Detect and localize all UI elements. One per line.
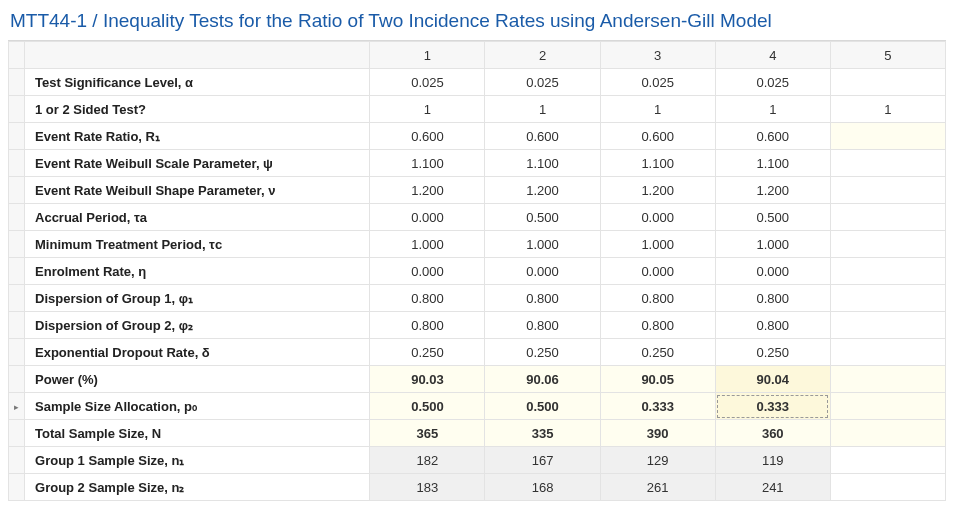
cell[interactable]: 0.250 <box>485 339 600 366</box>
cell[interactable]: 90.04 <box>715 366 830 393</box>
cell[interactable]: 360 <box>715 420 830 447</box>
cell[interactable]: 1.200 <box>715 177 830 204</box>
cell[interactable]: 0.600 <box>485 123 600 150</box>
cell[interactable] <box>830 258 945 285</box>
cell[interactable]: 0.800 <box>370 285 485 312</box>
cell[interactable]: 0.600 <box>715 123 830 150</box>
cell[interactable] <box>830 420 945 447</box>
cell[interactable]: 1.100 <box>715 150 830 177</box>
cell[interactable]: 1.100 <box>600 150 715 177</box>
cell[interactable] <box>830 312 945 339</box>
cell[interactable]: 1.200 <box>485 177 600 204</box>
header-col-1[interactable]: 1 <box>370 42 485 69</box>
cell[interactable]: 0.000 <box>370 204 485 231</box>
cell[interactable]: 1 <box>715 96 830 123</box>
cell[interactable]: 1.200 <box>600 177 715 204</box>
row-handle[interactable] <box>9 366 25 393</box>
cell[interactable]: 0.333 <box>715 393 830 420</box>
row-handle[interactable] <box>9 447 25 474</box>
cell[interactable] <box>830 177 945 204</box>
cell[interactable]: 0.000 <box>715 258 830 285</box>
cell[interactable]: 0.600 <box>600 123 715 150</box>
row-handle[interactable] <box>9 231 25 258</box>
cell[interactable]: 1.100 <box>485 150 600 177</box>
cell[interactable]: 0.000 <box>600 258 715 285</box>
cell[interactable]: 335 <box>485 420 600 447</box>
header-col-5[interactable]: 5 <box>830 42 945 69</box>
cell[interactable]: 0.000 <box>485 258 600 285</box>
cell[interactable]: 167 <box>485 447 600 474</box>
row-handle[interactable] <box>9 258 25 285</box>
cell[interactable]: 1 <box>370 96 485 123</box>
cell[interactable]: 0.500 <box>370 393 485 420</box>
cell[interactable]: 0.800 <box>600 285 715 312</box>
cell[interactable]: 0.250 <box>715 339 830 366</box>
cell[interactable]: 0.000 <box>370 258 485 285</box>
cell[interactable] <box>830 339 945 366</box>
cell[interactable] <box>830 231 945 258</box>
cell[interactable]: 241 <box>715 474 830 501</box>
cell[interactable] <box>830 366 945 393</box>
cell[interactable]: 1.000 <box>600 231 715 258</box>
cell[interactable]: 119 <box>715 447 830 474</box>
row-handle[interactable] <box>9 69 25 96</box>
cell[interactable]: 1.000 <box>370 231 485 258</box>
cell[interactable]: 365 <box>370 420 485 447</box>
cell[interactable]: 0.500 <box>485 204 600 231</box>
cell[interactable]: 261 <box>600 474 715 501</box>
cell[interactable]: 182 <box>370 447 485 474</box>
cell[interactable]: 0.250 <box>600 339 715 366</box>
header-col-2[interactable]: 2 <box>485 42 600 69</box>
cell[interactable]: 0.250 <box>370 339 485 366</box>
cell[interactable] <box>830 69 945 96</box>
cell[interactable]: 1 <box>600 96 715 123</box>
cell[interactable]: 90.03 <box>370 366 485 393</box>
cell[interactable]: 0.800 <box>485 312 600 339</box>
cell[interactable]: 0.800 <box>370 312 485 339</box>
cell[interactable]: 1.100 <box>370 150 485 177</box>
row-handle[interactable] <box>9 420 25 447</box>
cell[interactable]: 0.500 <box>715 204 830 231</box>
cell[interactable] <box>830 150 945 177</box>
cell[interactable] <box>830 285 945 312</box>
cell[interactable]: 90.05 <box>600 366 715 393</box>
cell[interactable]: 0.800 <box>600 312 715 339</box>
row-handle[interactable] <box>9 204 25 231</box>
cell[interactable]: 0.800 <box>485 285 600 312</box>
cell[interactable]: 1.000 <box>485 231 600 258</box>
cell[interactable]: 1.000 <box>715 231 830 258</box>
row-handle[interactable] <box>9 123 25 150</box>
cell[interactable]: 0.025 <box>370 69 485 96</box>
cell[interactable]: 1 <box>830 96 945 123</box>
cell[interactable]: 0.000 <box>600 204 715 231</box>
cell[interactable]: 90.06 <box>485 366 600 393</box>
cell[interactable]: 1.200 <box>370 177 485 204</box>
row-handle[interactable] <box>9 285 25 312</box>
cell[interactable]: 0.800 <box>715 312 830 339</box>
cell[interactable] <box>830 447 945 474</box>
cell[interactable]: 0.333 <box>600 393 715 420</box>
row-handle[interactable] <box>9 474 25 501</box>
row-handle[interactable] <box>9 312 25 339</box>
cell[interactable] <box>830 204 945 231</box>
cell[interactable]: 390 <box>600 420 715 447</box>
header-col-4[interactable]: 4 <box>715 42 830 69</box>
row-handle[interactable] <box>9 177 25 204</box>
cell[interactable]: 1 <box>485 96 600 123</box>
cell[interactable]: 0.025 <box>485 69 600 96</box>
cell[interactable]: 168 <box>485 474 600 501</box>
cell[interactable]: 0.500 <box>485 393 600 420</box>
cell[interactable]: 129 <box>600 447 715 474</box>
cell[interactable] <box>830 474 945 501</box>
cell[interactable]: 0.025 <box>715 69 830 96</box>
header-col-3[interactable]: 3 <box>600 42 715 69</box>
row-handle[interactable] <box>9 96 25 123</box>
cell[interactable]: 183 <box>370 474 485 501</box>
row-handle[interactable] <box>9 339 25 366</box>
cell[interactable]: 0.800 <box>715 285 830 312</box>
row-handle[interactable] <box>9 150 25 177</box>
cell[interactable] <box>830 123 945 150</box>
cell[interactable]: 0.025 <box>600 69 715 96</box>
row-handle[interactable]: ▸ <box>9 393 25 420</box>
cell[interactable]: 0.600 <box>370 123 485 150</box>
